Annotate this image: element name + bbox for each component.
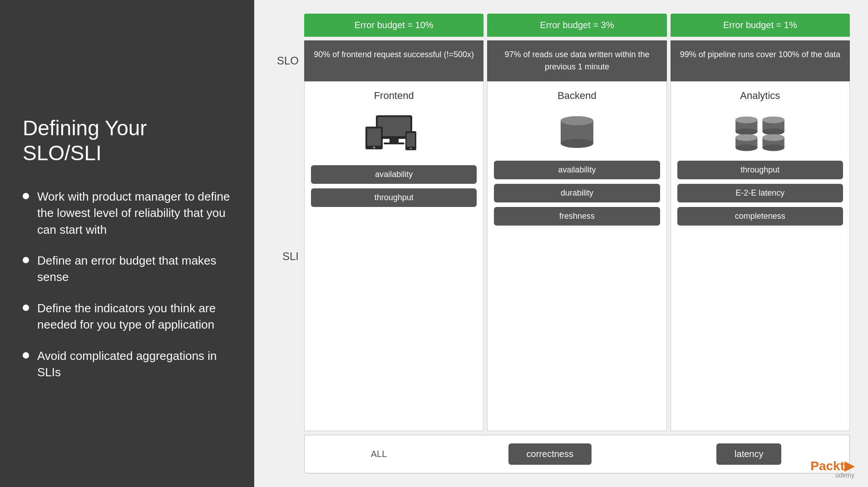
bullet-text-1: Work with product manager to define the … bbox=[37, 188, 232, 238]
bullet-item-3: Define the indicators you think are need… bbox=[23, 300, 232, 333]
tag-backend-availability: availability bbox=[494, 161, 660, 179]
svg-point-24 bbox=[735, 144, 757, 151]
bullet-dot-4 bbox=[23, 352, 29, 359]
packt-name: Packt▶ bbox=[810, 459, 854, 473]
tag-analytics-latency: E-2-E latency bbox=[677, 184, 843, 202]
all-tag-latency: latency bbox=[716, 443, 781, 465]
header-cell-3: Error budget = 1% bbox=[671, 14, 850, 37]
svg-point-13 bbox=[561, 116, 593, 125]
bullet-item-2: Define an error budget that makes sense bbox=[23, 252, 232, 285]
svg-point-20 bbox=[763, 128, 784, 135]
sli-cells: Frontend bbox=[304, 81, 850, 431]
tag-analytics-throughput: throughput bbox=[677, 161, 843, 179]
multi-db-icon bbox=[730, 112, 789, 152]
all-label: ALL bbox=[314, 449, 444, 459]
tag-backend-durability: durability bbox=[494, 184, 660, 202]
svg-rect-8 bbox=[407, 133, 415, 147]
bullet-list: Work with product manager to define the … bbox=[23, 188, 232, 381]
sli-cell-backend: Backend availability durability freshnes… bbox=[487, 81, 666, 431]
tag-frontend-throughput: throughput bbox=[311, 188, 477, 207]
bullet-dot-3 bbox=[23, 305, 29, 311]
bullet-dot-2 bbox=[23, 257, 29, 263]
sli-row: SLI Frontend bbox=[272, 81, 850, 431]
sli-cell-frontend: Frontend bbox=[304, 81, 483, 431]
svg-point-12 bbox=[561, 139, 593, 148]
frontend-title: Frontend bbox=[374, 90, 414, 102]
svg-point-9 bbox=[410, 148, 412, 149]
bullet-text-2: Define an error budget that makes sense bbox=[37, 252, 232, 285]
svg-point-29 bbox=[763, 134, 784, 141]
page-title: Defining Your SLO/SLI bbox=[23, 116, 232, 166]
bullet-dot-1 bbox=[23, 193, 29, 199]
device-icon bbox=[365, 112, 424, 157]
slo-cells: 90% of frontend request successful (!=50… bbox=[304, 40, 850, 81]
tag-backend-freshness: freshness bbox=[494, 207, 660, 226]
left-panel: Defining Your SLO/SLI Work with product … bbox=[0, 0, 254, 487]
all-row: ALL correctness latency bbox=[304, 435, 850, 473]
svg-point-25 bbox=[735, 134, 757, 141]
slo-cell-2: 97% of reads use data written within the… bbox=[487, 40, 666, 81]
sli-cell-analytics: Analytics bbox=[671, 81, 850, 431]
svg-point-16 bbox=[735, 128, 757, 135]
svg-point-28 bbox=[763, 144, 784, 151]
bullet-text-3: Define the indicators you think are need… bbox=[37, 300, 232, 333]
header-row: Error budget = 10% Error budget = 3% Err… bbox=[304, 14, 850, 37]
right-panel: Error budget = 10% Error budget = 3% Err… bbox=[254, 0, 868, 487]
slo-row: SLO 90% of frontend request successful (… bbox=[272, 40, 850, 81]
db-icon bbox=[552, 112, 602, 152]
header-cell-2: Error budget = 3% bbox=[487, 14, 666, 37]
bullet-item-4: Avoid complicated aggregations in SLIs bbox=[23, 348, 232, 381]
slo-cell-1: 90% of frontend request successful (!=50… bbox=[304, 40, 483, 81]
bullet-item-1: Work with product manager to define the … bbox=[23, 188, 232, 238]
analytics-title: Analytics bbox=[740, 90, 780, 102]
svg-point-21 bbox=[763, 117, 784, 123]
all-tag-correctness: correctness bbox=[508, 443, 592, 465]
slo-cell-3: 99% of pipeline runs cover 100% of the d… bbox=[671, 40, 850, 81]
slo-label: SLO bbox=[272, 40, 304, 81]
svg-rect-5 bbox=[367, 128, 381, 146]
sli-label: SLI bbox=[272, 81, 304, 431]
all-tags: correctness latency bbox=[449, 443, 840, 465]
svg-rect-2 bbox=[390, 139, 399, 143]
tag-analytics-completeness: completeness bbox=[677, 207, 843, 226]
tag-frontend-availability: availability bbox=[311, 165, 477, 184]
grid-container: Error budget = 10% Error budget = 3% Err… bbox=[272, 14, 850, 473]
packt-arrow: ▶ bbox=[844, 459, 854, 473]
svg-point-6 bbox=[373, 146, 375, 148]
packt-logo: Packt▶ udemy bbox=[810, 458, 854, 479]
bullet-text-4: Avoid complicated aggregations in SLIs bbox=[37, 348, 232, 381]
svg-rect-3 bbox=[384, 143, 404, 144]
svg-point-17 bbox=[735, 117, 757, 123]
backend-title: Backend bbox=[557, 90, 597, 102]
header-cell-1: Error budget = 10% bbox=[304, 14, 483, 37]
